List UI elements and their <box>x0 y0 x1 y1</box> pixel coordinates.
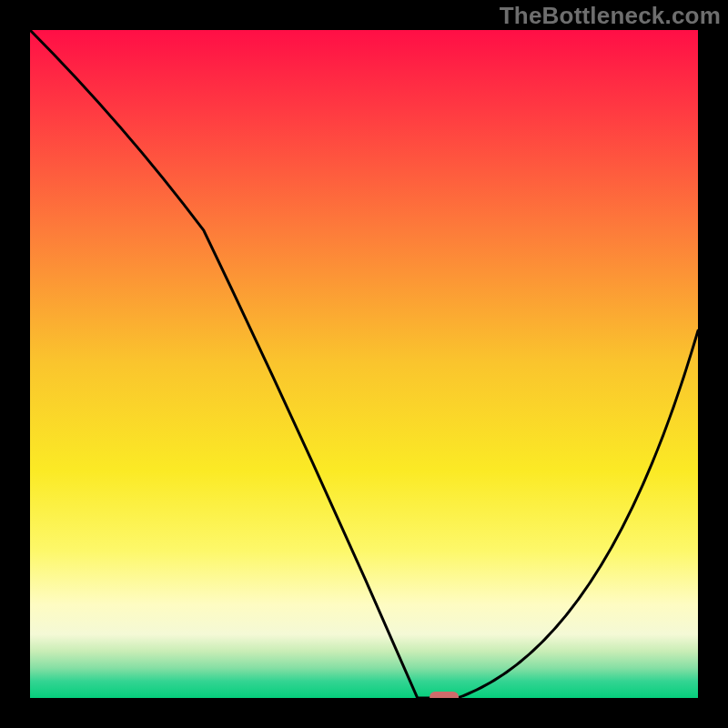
bottleneck-chart <box>0 0 728 728</box>
watermark-text: TheBottleneck.com <box>500 2 721 30</box>
chart-container: TheBottleneck.com <box>0 0 728 728</box>
plot-background <box>30 30 698 698</box>
